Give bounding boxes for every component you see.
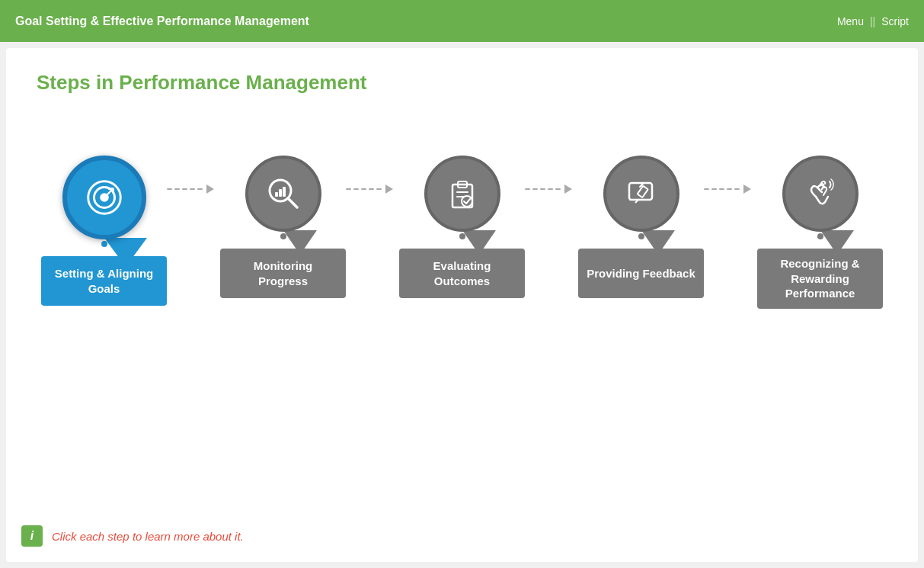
connector-3 [525, 156, 578, 239]
header-bar: Goal Setting & Effective Performance Man… [0, 0, 924, 42]
svg-rect-7 [279, 189, 282, 197]
step-label-3: Evaluating Outcomes [407, 258, 517, 288]
feedback-icon [622, 174, 661, 213]
dash [555, 188, 561, 190]
dash [719, 188, 724, 190]
step-pin-1 [62, 156, 146, 247]
step-item-5[interactable]: Recognizing & Rewarding Performance [757, 156, 883, 309]
arrow-head [385, 185, 393, 194]
step-label-box-5[interactable]: Recognizing & Rewarding Performance [757, 249, 883, 309]
pin-circle-3 [424, 156, 500, 232]
header-nav: Menu || Script [837, 15, 909, 27]
dash [734, 188, 740, 190]
dashed-arrow-4 [704, 185, 757, 194]
dash [197, 188, 203, 190]
dash [369, 188, 374, 190]
connector-1 [167, 156, 220, 239]
pin-circle-1 [62, 156, 146, 239]
step-pin-2 [245, 156, 321, 239]
connector-2 [346, 156, 399, 239]
dash [704, 188, 709, 190]
step-label-box-3[interactable]: Evaluating Outcomes [399, 249, 525, 298]
arrow-head [564, 185, 572, 194]
main-content: Steps in Performance Management [6, 48, 918, 562]
step-item-2[interactable]: Monitoring Progress [220, 156, 346, 298]
svg-rect-15 [637, 186, 647, 197]
page-title: Steps in Performance Management [37, 71, 887, 95]
pin-circle-4 [603, 156, 679, 232]
script-link[interactable]: Script [881, 15, 909, 27]
pin-circle-2 [245, 156, 321, 232]
info-icon-button[interactable]: i [21, 525, 43, 547]
svg-line-5 [288, 198, 297, 207]
dashed-arrow-3 [525, 185, 578, 194]
dashed-arrow-2 [346, 185, 399, 194]
step-pin-3 [424, 156, 500, 239]
arrow-head [206, 185, 214, 194]
dash [174, 188, 180, 190]
chart-search-icon [264, 174, 303, 213]
dash [361, 188, 366, 190]
dash [540, 188, 545, 190]
pin-circle-5 [782, 156, 858, 232]
step-label-box-2[interactable]: Monitoring Progress [220, 249, 346, 298]
info-icon-label: i [30, 529, 34, 543]
nav-divider: || [870, 15, 875, 27]
target-icon [82, 175, 126, 220]
connector-4 [704, 156, 757, 239]
svg-rect-8 [283, 187, 286, 197]
step-label-5: Recognizing & Rewarding Performance [765, 256, 875, 301]
step-pin-5 [782, 156, 858, 239]
dashed-arrow-1 [167, 185, 220, 194]
dash [548, 188, 553, 190]
step-label-2: Monitoring Progress [228, 258, 338, 288]
dash [727, 188, 732, 190]
menu-link[interactable]: Menu [837, 15, 864, 27]
dash [353, 188, 359, 190]
step-label-box-4[interactable]: Providing Feedback [578, 249, 704, 298]
dash [525, 188, 530, 190]
step-label-4: Providing Feedback [587, 266, 695, 281]
step-item-3[interactable]: Evaluating Outcomes [399, 156, 525, 298]
footer-bar: i Click each step to learn more about it… [21, 525, 244, 547]
dash [167, 188, 172, 190]
applause-icon [801, 174, 840, 213]
app-title: Goal Setting & Effective Performance Man… [15, 14, 309, 28]
arrow-head [743, 185, 751, 194]
step-item-4[interactable]: Providing Feedback [578, 156, 704, 298]
app-container: Goal Setting & Effective Performance Man… [0, 0, 924, 568]
dash [532, 188, 538, 190]
dash [711, 188, 717, 190]
step-item-1[interactable]: Setting & Aligning Goals [41, 156, 167, 306]
svg-rect-6 [275, 192, 278, 197]
steps-container: Setting & Aligning Goals [37, 140, 887, 539]
dash [376, 188, 382, 190]
footer-hint: Click each step to learn more about it. [52, 530, 244, 543]
clipboard-check-icon [443, 174, 482, 213]
step-label-1: Setting & Aligning Goals [49, 266, 159, 296]
step-pin-4 [603, 156, 679, 239]
dash [182, 188, 187, 190]
dash [346, 188, 351, 190]
dash [190, 188, 195, 190]
